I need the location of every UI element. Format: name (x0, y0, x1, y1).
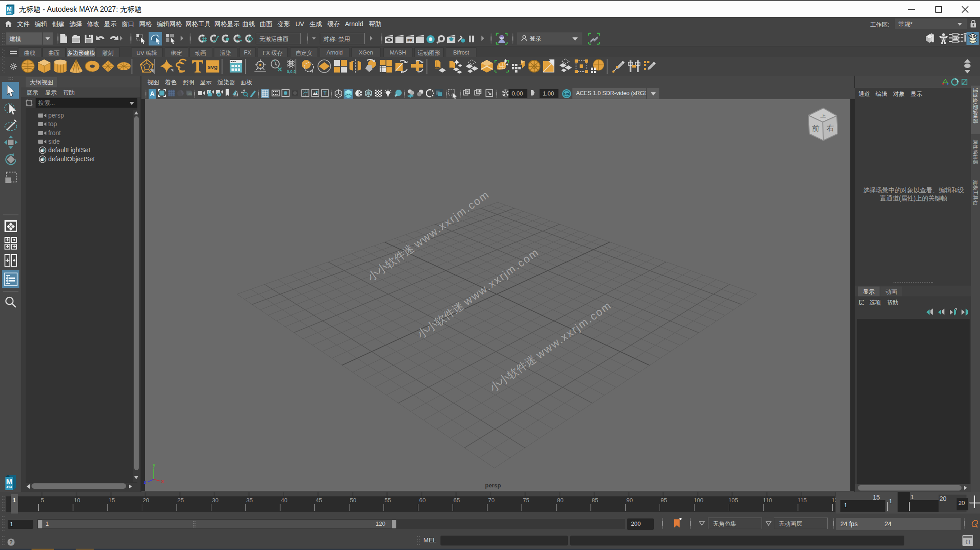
svg-text:A: A (150, 90, 154, 97)
svg-text:y: y (153, 462, 156, 468)
svg-text:x: x (161, 478, 164, 484)
svg-text:svg: svg (208, 64, 218, 70)
svg-text:M: M (6, 477, 12, 486)
svg-text:前: 前 (812, 124, 820, 133)
svg-text:{;}: {;} (966, 539, 970, 544)
svg-text:AYA: AYA (7, 12, 12, 14)
svg-text:IPR: IPR (407, 39, 413, 42)
svg-text:?: ? (9, 539, 13, 545)
svg-text:ON: ON (564, 92, 569, 95)
svg-text:右: 右 (826, 124, 835, 133)
svg-text:AYA: AYA (6, 486, 13, 489)
svg-text:z: z (144, 479, 146, 484)
svg-text:x: x (438, 40, 440, 44)
svg-text:T: T (323, 91, 327, 96)
svg-text:M: M (7, 5, 12, 12)
svg-text:上: 上 (821, 114, 826, 118)
svg-text:0,0,0: 0,0,0 (287, 69, 296, 74)
